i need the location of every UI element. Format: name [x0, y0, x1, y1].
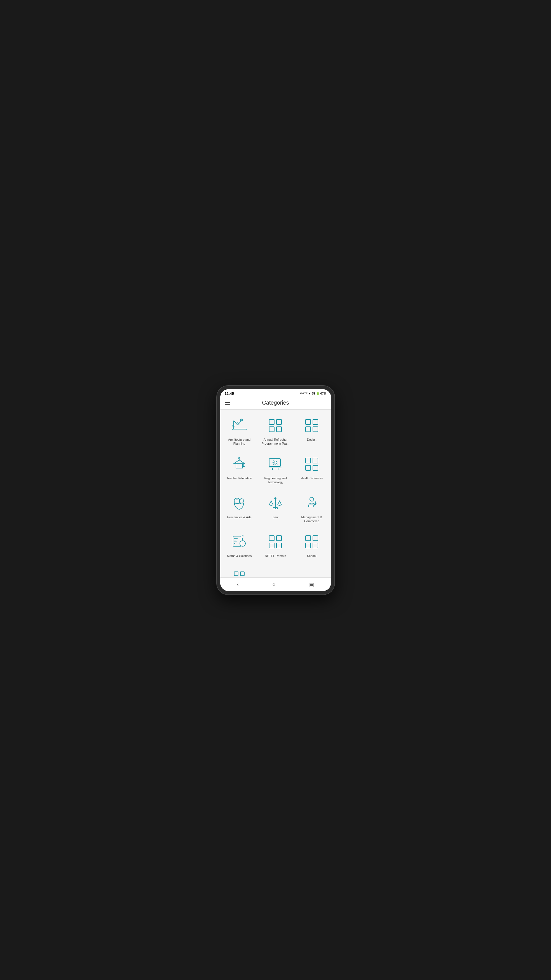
category-management[interactable]: Management & Commerce	[295, 490, 329, 527]
school-label: School	[307, 554, 316, 558]
svg-rect-16	[313, 427, 318, 432]
svg-rect-39	[313, 465, 318, 470]
hamburger-line-3	[225, 404, 230, 405]
svg-rect-63	[306, 543, 311, 548]
status-time: 12:45	[225, 391, 234, 396]
phone-frame: 12:45 VoLTE ▾ 5G 🔋67% Categories	[217, 386, 334, 595]
management-icon	[302, 493, 322, 513]
categories-grid: Architecture and Planning Annual Refresh…	[222, 412, 329, 578]
engineering-label: Engineering and Technology	[260, 476, 291, 484]
law-label: Law	[273, 515, 278, 519]
signal-icon: 5G	[311, 392, 315, 395]
law-icon	[265, 493, 285, 513]
svg-rect-57	[269, 536, 274, 541]
teacher-education-label: Teacher Education	[227, 476, 252, 480]
category-annual-refresher[interactable]: Annual Refresher Programme in Tea...	[259, 412, 292, 449]
school-icon	[302, 532, 322, 552]
svg-rect-17	[236, 464, 243, 468]
categories-content: Architecture and Planning Annual Refresh…	[220, 410, 331, 578]
svg-rect-11	[269, 427, 274, 432]
category-school[interactable]: School	[295, 529, 329, 561]
annual-refresher-label: Annual Refresher Programme in Tea...	[260, 438, 291, 446]
wifi-icon: ▾	[309, 392, 310, 395]
humanities-label: Humanities & Arts	[227, 515, 251, 519]
view-all-icon	[229, 567, 249, 578]
annual-refresher-icon	[265, 416, 285, 435]
health-sciences-label: Health Sciences	[300, 476, 323, 480]
battery-icon: 🔋67%	[316, 392, 326, 395]
svg-point-46	[310, 497, 314, 501]
design-icon	[302, 416, 322, 435]
svg-rect-49	[310, 505, 313, 507]
svg-rect-14	[313, 420, 318, 425]
svg-rect-59	[269, 543, 274, 548]
nav-home-button[interactable]: ○	[268, 581, 280, 589]
svg-rect-36	[306, 458, 311, 463]
status-icons: VoLTE ▾ 5G 🔋67%	[300, 392, 327, 395]
svg-point-26	[274, 461, 277, 464]
svg-rect-37	[313, 458, 318, 463]
nav-recent-button[interactable]: ▣	[305, 581, 318, 589]
architecture-label: Architecture and Planning	[224, 438, 255, 446]
teacher-education-icon	[229, 455, 249, 474]
svg-rect-58	[276, 536, 281, 541]
status-bar: 12:45 VoLTE ▾ 5G 🔋67%	[220, 389, 331, 397]
svg-line-35	[273, 464, 274, 465]
svg-point-19	[239, 458, 240, 459]
header: Categories	[220, 397, 331, 410]
svg-rect-50	[233, 536, 241, 546]
health-sciences-icon	[302, 455, 322, 474]
category-maths[interactable]: Maths & Sciences	[222, 529, 256, 561]
category-view-all[interactable]: View All	[222, 564, 256, 578]
hamburger-menu[interactable]	[225, 401, 230, 405]
svg-rect-66	[240, 572, 244, 576]
svg-rect-0	[232, 429, 246, 430]
svg-line-3	[238, 420, 241, 425]
maths-icon	[229, 532, 249, 552]
engineering-icon	[265, 455, 285, 474]
svg-line-2	[233, 420, 238, 425]
nav-back-button[interactable]: ‹	[233, 581, 243, 589]
category-health-sciences[interactable]: Health Sciences	[295, 451, 329, 488]
svg-rect-38	[306, 465, 311, 470]
svg-rect-62	[313, 536, 318, 541]
svg-rect-15	[306, 427, 311, 432]
phone-screen: 12:45 VoLTE ▾ 5G 🔋67% Categories	[220, 389, 331, 591]
management-label: Management & Commerce	[296, 515, 327, 523]
category-nptel[interactable]: NPTEL Domain	[259, 529, 292, 561]
category-humanities[interactable]: Humanities & Arts	[222, 490, 256, 527]
architecture-icon	[229, 416, 249, 435]
svg-rect-61	[306, 536, 311, 541]
volte-icon: VoLTE	[300, 392, 308, 395]
svg-rect-65	[234, 572, 238, 576]
category-engineering[interactable]: Engineering and Technology	[259, 451, 292, 488]
humanities-icon	[229, 493, 249, 513]
category-law[interactable]: Law	[259, 490, 292, 527]
hamburger-line-1	[225, 401, 230, 401]
svg-rect-60	[276, 543, 281, 548]
maths-label: Maths & Sciences	[227, 554, 252, 558]
svg-rect-10	[276, 420, 281, 425]
svg-rect-9	[269, 420, 274, 425]
hamburger-line-2	[225, 402, 230, 403]
svg-rect-13	[306, 420, 311, 425]
navigation-bar: ‹ ○ ▣	[220, 578, 331, 591]
svg-rect-12	[276, 427, 281, 432]
category-design[interactable]: Design	[295, 412, 329, 449]
category-teacher-education[interactable]: Teacher Education	[222, 451, 256, 488]
design-label: Design	[307, 438, 316, 442]
category-architecture[interactable]: Architecture and Planning	[222, 412, 256, 449]
page-title: Categories	[262, 399, 289, 406]
svg-point-27	[275, 462, 276, 463]
svg-rect-64	[313, 543, 318, 548]
nptel-icon	[265, 532, 285, 552]
nptel-label: NPTEL Domain	[265, 554, 286, 558]
